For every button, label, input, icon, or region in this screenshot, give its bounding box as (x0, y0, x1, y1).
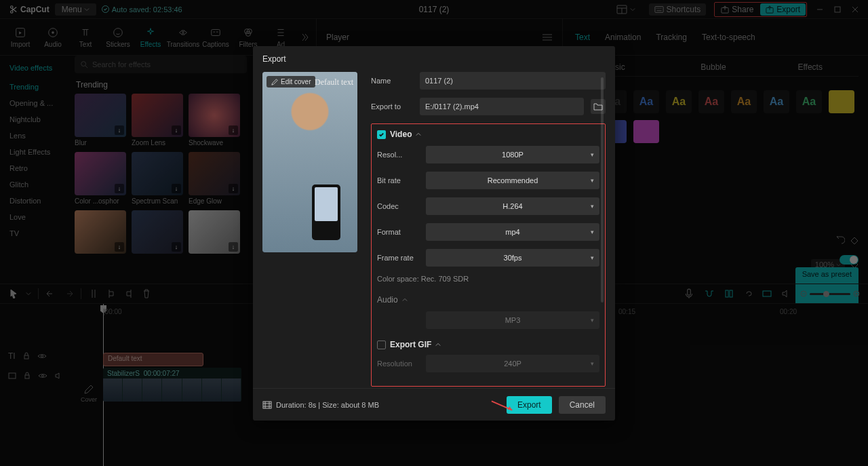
export-button[interactable]: Export (507, 396, 552, 414)
audio-format-select: MP3▾ (426, 311, 599, 329)
scrollbar[interactable] (601, 77, 604, 303)
gif-checkbox[interactable] (377, 341, 386, 349)
cover-preview: Edit cover Default text (262, 72, 357, 252)
chevron-up-icon[interactable] (435, 342, 441, 347)
video-checkbox[interactable] (377, 130, 386, 139)
highlighted-video-settings: Video Resol...1080P▾ Bit rateRecommended… (371, 123, 606, 387)
resolution-label: Resol... (377, 151, 419, 159)
colorspace-info: Color space: Rec. 709 SDR (377, 275, 599, 283)
gif-res-select: 240P▾ (426, 355, 599, 372)
bitrate-label: Bit rate (377, 176, 419, 185)
chevron-up-icon[interactable] (416, 132, 421, 137)
cover-text: Default text (315, 77, 353, 88)
format-select[interactable]: mp4▾ (426, 223, 599, 241)
name-input[interactable]: 0117 (2) (420, 72, 606, 90)
export-dialog: Export Edit cover Default text Name 0117… (253, 46, 615, 421)
gif-section-label: Export GIF (390, 340, 431, 349)
edit-cover-button[interactable]: Edit cover (267, 76, 315, 88)
format-label: Format (377, 228, 419, 236)
film-icon (262, 401, 272, 409)
modal-title: Export (253, 46, 615, 72)
gif-res-label: Resolution (377, 360, 419, 368)
framerate-label: Frame rate (377, 254, 419, 262)
bitrate-select[interactable]: Recommended▾ (426, 172, 599, 189)
pencil-icon (271, 79, 278, 85)
chevron-up-icon[interactable] (402, 297, 408, 303)
export-path-input[interactable]: E:/0117 (2).mp4 (420, 98, 584, 115)
resolution-select[interactable]: 1080P▾ (426, 146, 599, 163)
name-label: Name (371, 77, 413, 85)
framerate-select[interactable]: 30fps▾ (426, 249, 599, 267)
codec-select[interactable]: H.264▾ (426, 197, 599, 215)
codec-label: Codec (377, 202, 419, 210)
audio-section-label: Audio (377, 295, 398, 305)
export-info: Duration: 8s | Size: about 8 MB (262, 401, 379, 409)
cancel-button[interactable]: Cancel (559, 396, 606, 414)
svg-rect-25 (263, 402, 271, 408)
export-to-label: Export to (371, 102, 413, 111)
